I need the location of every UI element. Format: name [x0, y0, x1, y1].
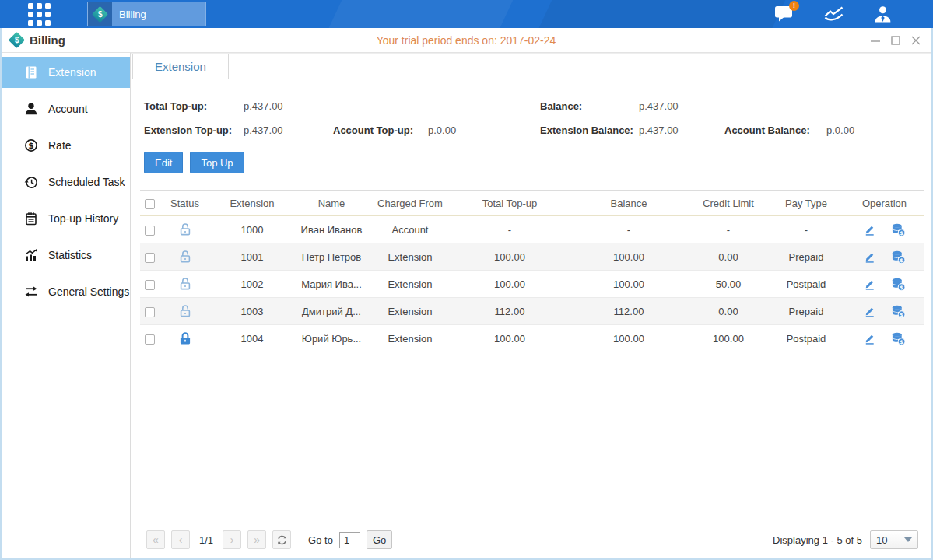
row-checkbox[interactable]: [145, 253, 155, 263]
close-icon[interactable]: [910, 35, 921, 46]
app-tab-billing[interactable]: $ Billing: [87, 2, 206, 26]
top-up-icon[interactable]: $: [891, 304, 906, 319]
edit-icon[interactable]: [863, 250, 876, 264]
sidebar-item-extension[interactable]: Extension: [2, 57, 130, 88]
table-row: 1002 Мария Ива... Extension 100.00 100.0…: [140, 271, 924, 298]
column-extension[interactable]: Extension: [210, 191, 294, 216]
column-credit-limit[interactable]: Credit Limit: [689, 191, 767, 216]
person-icon: [873, 5, 893, 24]
balance-label: Balance:: [540, 100, 639, 112]
total-topup-label: Total Top-up:: [144, 100, 244, 112]
edit-icon[interactable]: [863, 223, 876, 236]
sidebar-item-label: Statistics: [48, 249, 92, 261]
goto-label: Go to: [308, 534, 333, 546]
user-icon[interactable]: [873, 5, 893, 24]
edit-icon[interactable]: [863, 278, 876, 291]
top-up-icon[interactable]: $: [891, 250, 906, 264]
extension-topup-value: p.437.00: [244, 124, 333, 136]
sidebar-item-label: General Settings: [48, 285, 129, 298]
first-page-button[interactable]: «: [146, 530, 165, 549]
cell-balance: 100.00: [568, 243, 689, 271]
edit-icon[interactable]: [863, 305, 876, 318]
ledger-icon: [24, 65, 38, 79]
cell-name: Петр Петров: [294, 243, 369, 271]
cell-credit-limit: -: [689, 216, 767, 243]
tab-extension[interactable]: Extension: [132, 54, 229, 79]
cell-extension: 1000: [210, 216, 294, 243]
prev-page-button[interactable]: ‹: [171, 530, 190, 549]
column-name[interactable]: Name: [294, 191, 369, 216]
cell-pay-type: Postpaid: [767, 325, 845, 352]
svg-text:$: $: [900, 284, 904, 290]
table-header-row: Status Extension Name Charged From Total…: [140, 191, 924, 216]
sidebar-item-topup-history[interactable]: Top-up History: [2, 203, 130, 234]
row-checkbox[interactable]: [145, 307, 155, 317]
statistics-icon[interactable]: [823, 5, 844, 23]
cell-pay-type: Prepaid: [767, 298, 845, 325]
sidebar-item-scheduled-task[interactable]: Scheduled Task: [2, 166, 130, 198]
sidebar-item-general-settings[interactable]: General Settings: [2, 276, 130, 307]
column-pay-type[interactable]: Pay Type: [767, 191, 845, 216]
tabstrip: Extension: [131, 53, 931, 79]
dollar-coin-icon: $: [24, 138, 38, 152]
sidebar-item-label: Top-up History: [48, 212, 118, 225]
row-checkbox[interactable]: [145, 280, 155, 290]
sidebar: Extension Account $ Rate: [2, 53, 131, 558]
top-up-button[interactable]: Top Up: [190, 152, 244, 173]
svg-text:$: $: [900, 257, 904, 263]
cell-extension: 1001: [210, 243, 294, 271]
top-up-icon[interactable]: $: [891, 277, 906, 292]
cell-pay-type: Prepaid: [767, 243, 845, 271]
unlocked-icon[interactable]: [177, 222, 193, 237]
cell-extension: 1002: [210, 271, 294, 298]
messages-icon[interactable]: !: [774, 5, 794, 23]
cell-extension: 1004: [210, 325, 294, 352]
account-balance-label: Account Balance:: [724, 124, 826, 136]
next-page-button[interactable]: ›: [223, 530, 241, 549]
select-all-checkbox[interactable]: [145, 199, 155, 209]
cell-charged-from: Extension: [369, 271, 451, 298]
cell-credit-limit: 100.00: [689, 325, 767, 352]
row-checkbox[interactable]: [145, 334, 155, 345]
page-size-select[interactable]: 10: [870, 530, 918, 549]
edit-button[interactable]: Edit: [144, 152, 183, 173]
top-up-icon[interactable]: $: [891, 331, 906, 346]
refresh-button[interactable]: [272, 530, 291, 549]
row-checkbox[interactable]: [145, 226, 155, 236]
column-total-topup[interactable]: Total Top-up: [451, 191, 568, 216]
cell-credit-limit: 0.00: [689, 298, 767, 325]
displaying-text: Displaying 1 - 5 of 5: [773, 534, 862, 546]
sidebar-item-label: Rate: [48, 139, 72, 152]
topbar-decoration: [324, 0, 517, 28]
sidebar-item-rate[interactable]: $ Rate: [2, 130, 130, 161]
maximize-icon[interactable]: [890, 35, 901, 46]
unlocked-icon[interactable]: [177, 276, 193, 292]
balance-value: p.437.00: [639, 100, 679, 112]
table-body: 1000 Иван Иванов Account - - - -: [140, 216, 924, 352]
column-balance[interactable]: Balance: [568, 191, 689, 216]
top-up-icon[interactable]: $: [891, 222, 906, 237]
page-size-value: 10: [876, 534, 887, 546]
column-charged-from[interactable]: Charged From: [369, 191, 451, 216]
sidebar-item-account[interactable]: Account: [2, 93, 130, 124]
extension-balance-label: Extension Balance:: [540, 124, 639, 136]
cell-charged-from: Extension: [369, 243, 451, 271]
minimize-icon[interactable]: [870, 35, 881, 46]
sidebar-item-label: Account: [48, 103, 88, 115]
cell-pay-type: -: [767, 216, 845, 243]
column-operation[interactable]: Operation: [845, 191, 924, 216]
unlocked-icon[interactable]: [177, 249, 193, 264]
refresh-icon: [276, 534, 288, 546]
cell-credit-limit: 0.00: [689, 243, 767, 271]
locked-icon[interactable]: [177, 331, 193, 346]
column-status[interactable]: Status: [160, 191, 210, 216]
go-button[interactable]: Go: [367, 530, 392, 549]
notification-badge: !: [789, 1, 799, 11]
last-page-button[interactable]: »: [247, 530, 266, 549]
unlocked-icon[interactable]: [177, 303, 193, 319]
edit-icon[interactable]: [863, 332, 876, 345]
apps-grid-icon[interactable]: [28, 3, 51, 26]
sidebar-item-statistics[interactable]: Statistics: [2, 240, 130, 271]
cell-total-topup: 100.00: [451, 243, 568, 271]
goto-page-input[interactable]: [339, 532, 360, 548]
